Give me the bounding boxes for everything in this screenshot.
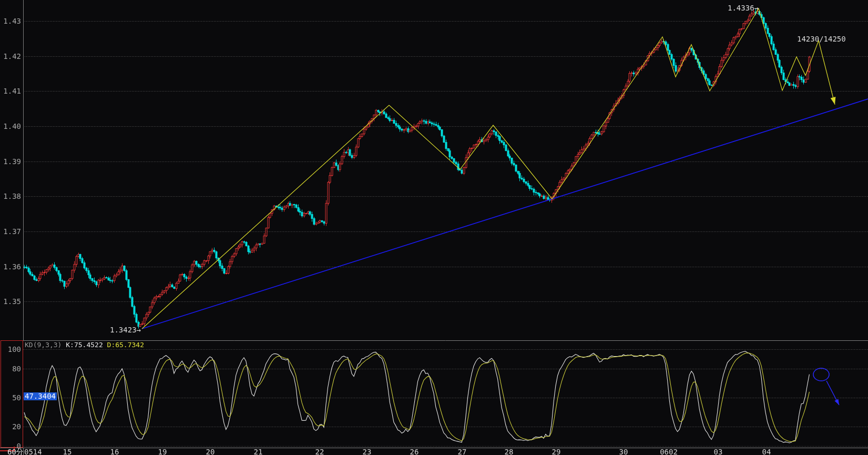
x-axis-date-label: 03: [706, 448, 731, 455]
x-axis-date-label: 0602: [656, 448, 681, 455]
trading-chart-window: 1.431.421.411.401.391.381.371.361.35 100…: [0, 0, 868, 455]
x-axis-date-label: 19: [150, 448, 175, 455]
k-value-label: K:75.4522: [66, 341, 103, 349]
kd-value-tag: 47.3404: [24, 392, 57, 400]
d-value-label: D:65.7342: [107, 341, 144, 349]
x-axis-date-label: 23: [354, 448, 380, 455]
x-axis-date-label: 04: [754, 448, 779, 455]
high-price-annotation[interactable]: 1.4336→: [728, 4, 759, 12]
price-y-tick-label: 1.39: [0, 157, 21, 166]
kd-y-tick-label: 80: [0, 365, 21, 373]
x-axis-date-label: 21: [246, 448, 271, 455]
x-axis-date-label: 20: [198, 448, 223, 455]
x-axis-date-label: 22: [307, 448, 332, 455]
price-y-tick-label: 1.35: [0, 297, 21, 306]
kd-y-tick-label: 50: [0, 393, 21, 402]
price-chart-canvas[interactable]: [0, 0, 868, 455]
kd-params-label: KD(9,3,3): [25, 341, 62, 349]
target-zone-annotation[interactable]: 14230/14250: [797, 35, 846, 43]
price-y-tick-label: 1.43: [0, 17, 21, 25]
x-axis-date-label: 30: [611, 448, 636, 455]
price-y-tick-label: 1.42: [0, 52, 21, 60]
x-axis-date-label: 29: [544, 448, 569, 455]
price-y-tick-label: 1.40: [0, 122, 21, 130]
price-y-tick-label: 1.38: [0, 192, 21, 200]
timeframe-label: 60分: [7, 448, 24, 455]
x-axis-date-label: 28: [496, 448, 522, 455]
price-y-tick-label: 1.41: [0, 87, 21, 95]
kd-y-tick-label: 100: [0, 345, 21, 353]
x-axis-date-label: 26: [402, 448, 427, 455]
price-y-tick-label: 1.37: [0, 227, 21, 236]
kd-y-tick-label: 20: [0, 422, 21, 431]
x-axis-date-label: 16: [102, 448, 127, 455]
kd-indicator-header: KD(9,3,3) K:75.4522 D:65.7342: [25, 341, 144, 348]
x-axis-date-label: 27: [450, 448, 475, 455]
low-price-annotation[interactable]: 1.3423→: [90, 326, 141, 334]
x-axis-date-label: 0514: [24, 448, 42, 455]
price-y-tick-label: 1.36: [0, 262, 21, 271]
x-axis-date-label: 15: [55, 448, 80, 455]
